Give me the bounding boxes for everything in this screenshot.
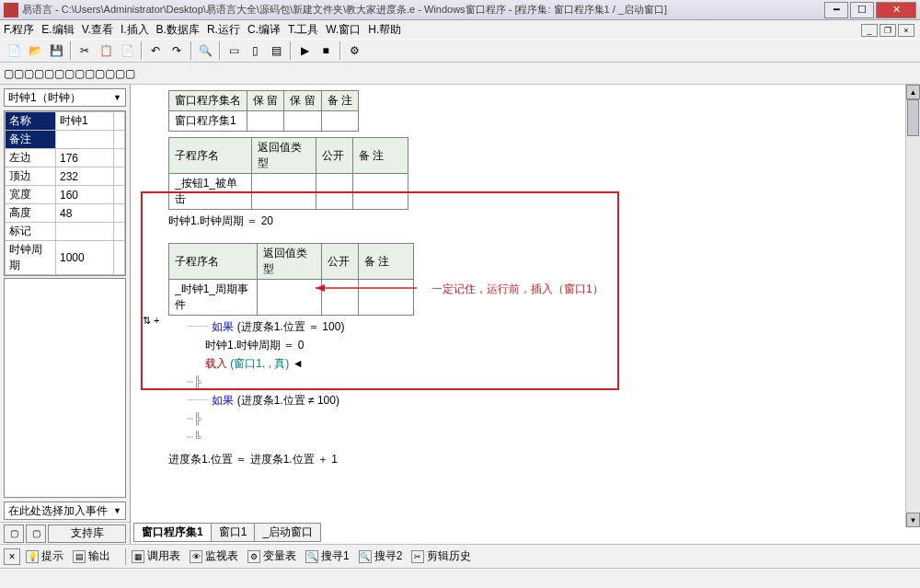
tb2-11[interactable]: ▢ xyxy=(105,67,115,80)
btab-search1[interactable]: 🔍搜寻1 xyxy=(305,548,350,564)
prop-extra xyxy=(114,167,125,186)
close-button[interactable]: ✕ xyxy=(876,2,916,18)
object-combo[interactable]: 时钟1（时钟） ▼ xyxy=(4,88,126,107)
properties-panel: 时钟1（时钟） ▼ 名称时钟1备注左边176顶边232宽度160高度48标记时钟… xyxy=(0,85,131,544)
search-icon: 🔍 xyxy=(359,550,372,563)
watch-icon: 👁 xyxy=(190,550,202,563)
prop-extra xyxy=(114,186,125,204)
leftfoot-btn2[interactable]: ▢ xyxy=(26,525,46,543)
btab-search2[interactable]: 🔍搜寻2 xyxy=(359,548,403,564)
menu-edit[interactable]: E.编辑 xyxy=(41,22,74,38)
undo-icon[interactable]: ↶ xyxy=(145,40,166,61)
prop-value[interactable] xyxy=(56,131,114,149)
prop-value[interactable]: 48 xyxy=(56,204,114,223)
prop-name[interactable]: 备注 xyxy=(6,131,56,149)
btab-calltable[interactable]: ▦调用表 xyxy=(132,548,180,564)
bottom-close-icon[interactable]: × xyxy=(4,548,20,565)
support-lib-button[interactable]: 支持库 xyxy=(48,525,126,543)
prop-name[interactable]: 高度 xyxy=(6,204,56,223)
tab-window1[interactable]: 窗口1 xyxy=(211,523,256,542)
prop-name[interactable]: 名称 xyxy=(6,112,56,131)
menu-database[interactable]: B.数据库 xyxy=(156,22,200,38)
leftfoot-btn1[interactable]: ▢ xyxy=(4,525,24,543)
mdi-close[interactable]: × xyxy=(898,24,914,37)
layout1-icon[interactable]: ▭ xyxy=(224,40,244,61)
left-footer: ▢ ▢ 支持库 xyxy=(0,522,130,544)
menubar: F.程序 E.编辑 V.查看 I.插入 B.数据库 R.运行 C.编译 T.工具… xyxy=(0,20,920,39)
minimize-button[interactable]: ━ xyxy=(824,2,848,18)
tb2-5[interactable]: ▢ xyxy=(44,67,54,80)
layout2-icon[interactable]: ▯ xyxy=(245,40,265,61)
annotation-arrow xyxy=(316,282,426,294)
maximize-button[interactable]: ☐ xyxy=(850,2,874,18)
prop-name[interactable]: 顶边 xyxy=(6,167,56,186)
mdi-restore[interactable]: ❐ xyxy=(880,24,896,37)
layout3-icon[interactable]: ▤ xyxy=(266,40,286,61)
tb2-1[interactable]: ▢ xyxy=(4,67,14,80)
code-branch2: ┈╠ xyxy=(187,409,905,428)
btab-vars[interactable]: ⚙变量表 xyxy=(247,548,296,564)
menu-compile[interactable]: C.编译 xyxy=(247,22,281,38)
prop-extra xyxy=(114,149,125,167)
property-grid[interactable]: 名称时钟1备注左边176顶边232宽度160高度48标记时钟周期1000 xyxy=(4,110,126,276)
menu-tools[interactable]: T.工具 xyxy=(288,22,318,38)
scroll-thumb[interactable] xyxy=(907,99,919,136)
prop-value[interactable]: 176 xyxy=(56,149,114,167)
svg-marker-1 xyxy=(316,284,325,292)
btab-output[interactable]: ▤输出 xyxy=(73,548,110,564)
btab-tips[interactable]: 💡提示 xyxy=(26,548,63,564)
btab-watch[interactable]: 👁监视表 xyxy=(190,548,238,564)
menu-run[interactable]: R.运行 xyxy=(207,22,240,38)
table-assembly: 窗口程序集名 保 留 保 留 备 注 窗口程序集1 xyxy=(168,90,359,132)
mdi-minimize[interactable]: _ xyxy=(861,24,878,37)
cut-icon[interactable]: ✂ xyxy=(75,40,95,61)
menu-view[interactable]: V.查看 xyxy=(82,22,113,38)
stop-icon[interactable]: ■ xyxy=(316,40,336,61)
chevron-down-icon: ▼ xyxy=(113,93,121,102)
run-icon[interactable]: ▶ xyxy=(294,40,315,61)
tb2-4[interactable]: ▢ xyxy=(34,67,44,80)
menu-help[interactable]: H.帮助 xyxy=(368,22,401,38)
tb2-8[interactable]: ▢ xyxy=(75,67,85,80)
prop-value[interactable]: 160 xyxy=(56,186,114,204)
prop-name[interactable]: 宽度 xyxy=(6,186,56,204)
tb2-6[interactable]: ▢ xyxy=(54,67,64,80)
paste-icon[interactable]: 📄 xyxy=(117,40,137,61)
event-combo[interactable]: 在此处选择加入事件 ▼ xyxy=(4,502,126,520)
prop-name[interactable]: 左边 xyxy=(6,149,56,167)
statusbar xyxy=(0,568,920,588)
toolbar-secondary: ▢ ▢ ▢ ▢ ▢ ▢ ▢ ▢ ▢ ▢ ▢ ▢ ▢ xyxy=(0,63,920,85)
gutter: ⇅ + xyxy=(141,269,161,327)
prop-value[interactable]: 1000 xyxy=(56,241,114,275)
tab-assembly1[interactable]: 窗口程序集1 xyxy=(133,523,212,542)
tb2-3[interactable]: ▢ xyxy=(24,67,34,80)
new-icon[interactable]: 📄 xyxy=(4,40,24,61)
annotation-text: 一定记住，运行前，插入（窗口1） xyxy=(431,282,604,297)
tb2-13[interactable]: ▢ xyxy=(125,67,135,80)
save-icon[interactable]: 💾 xyxy=(46,40,66,61)
tb2-2[interactable]: ▢ xyxy=(14,67,24,80)
btab-clip[interactable]: ✂剪辑历史 xyxy=(411,548,471,564)
redo-icon[interactable]: ↷ xyxy=(167,40,187,61)
open-icon[interactable]: 📂 xyxy=(25,40,45,61)
tb2-7[interactable]: ▢ xyxy=(64,67,75,80)
scroll-up-icon[interactable]: ▲ xyxy=(906,85,920,99)
menu-program[interactable]: F.程序 xyxy=(4,22,34,38)
prop-value[interactable] xyxy=(56,223,114,241)
prop-name[interactable]: 时钟周期 xyxy=(6,241,56,275)
compile-icon[interactable]: ⚙ xyxy=(344,40,364,61)
code-editor[interactable]: 窗口程序集名 保 留 保 留 备 注 窗口程序集1 子程序名 返回值类型 公开 … xyxy=(131,85,920,544)
menu-insert[interactable]: I.插入 xyxy=(121,22,149,38)
tb2-9[interactable]: ▢ xyxy=(85,67,95,80)
prop-name[interactable]: 标记 xyxy=(6,223,56,241)
tab-startwindow[interactable]: _启动窗口 xyxy=(254,523,321,542)
tb2-10[interactable]: ▢ xyxy=(95,67,105,80)
scroll-down-icon[interactable]: ▼ xyxy=(906,513,920,527)
prop-value[interactable]: 232 xyxy=(56,167,114,186)
find-icon[interactable]: 🔍 xyxy=(195,40,215,61)
copy-icon[interactable]: 📋 xyxy=(96,40,116,61)
menu-window[interactable]: W.窗口 xyxy=(326,22,361,38)
prop-value[interactable]: 时钟1 xyxy=(56,112,114,131)
tb2-12[interactable]: ▢ xyxy=(115,67,125,80)
vertical-scrollbar[interactable]: ▲ ▼ xyxy=(905,85,920,527)
